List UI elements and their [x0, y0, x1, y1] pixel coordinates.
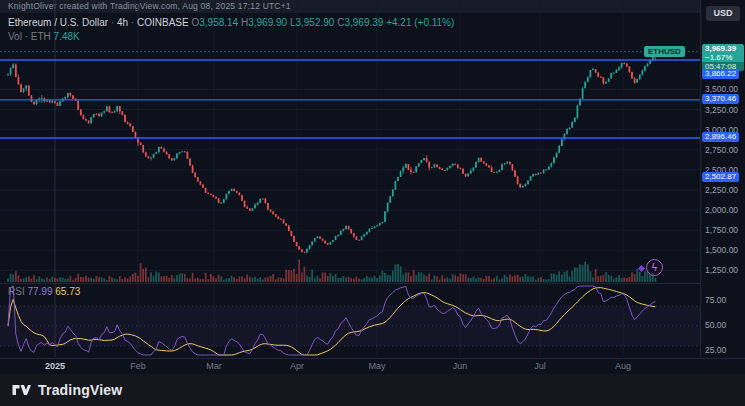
price-axis-label: 1,250.00 [705, 265, 738, 275]
price-line-label: 2,502.87 [702, 172, 739, 182]
tradingview-wordmark[interactable]: TradingView [38, 382, 122, 398]
interval-label[interactable]: 4h [117, 17, 128, 28]
boost-lightning-icon[interactable]: ϟ [646, 259, 663, 276]
current-price-value: 3,969.39 [702, 44, 744, 53]
symbol-price-tag[interactable]: ETHUSD [644, 46, 685, 57]
footer-bar: TradingView [0, 374, 745, 406]
time-axis-month-label: May [360, 359, 394, 374]
time-axis-year-label: 2025 [38, 359, 72, 374]
price-axis-label: 3,500.00 [705, 84, 738, 94]
time-axis-month-label: Apr [280, 359, 314, 374]
tradingview-logo-icon[interactable] [12, 382, 31, 398]
price-axis-label: 1,500.00 [705, 245, 738, 255]
price-axis-label: 3,250.00 [705, 105, 738, 115]
volume-value: 7.48K [54, 31, 80, 42]
time-axis[interactable]: 2025FebMarAprMayJunJulAug [0, 358, 745, 374]
current-price-label: 3,969.39 −1.67% 05:47:08 [702, 44, 744, 71]
time-axis-month-label: Jul [523, 359, 557, 374]
close-value: 3,969.39 [344, 17, 383, 28]
currency-usd-button[interactable]: USD [706, 6, 740, 21]
rsi-axis-label: 50.00 [705, 320, 726, 330]
volume-label[interactable]: Vol [8, 31, 22, 42]
time-axis-month-label: Mar [197, 359, 231, 374]
high-value: 3,969.90 [248, 17, 287, 28]
price-pane-canvas[interactable] [0, 0, 700, 283]
rsi-pane-canvas[interactable] [0, 283, 700, 357]
price-axis-label: 2,750.00 [705, 145, 738, 155]
time-axis-month-label: Feb [121, 359, 155, 374]
low-value: 3,952.90 [295, 17, 334, 28]
price-line-label: 2,896.46 [702, 132, 739, 142]
rsi-legend[interactable]: RSI 77.99 65.73 [8, 286, 80, 297]
rsi-axis-label: 25.00 [705, 345, 726, 355]
symbol-legend[interactable]: Ethereum / U.S. Dollar · 4h · COINBASE O… [8, 17, 454, 28]
price-axis-label: 1,750.00 [705, 225, 738, 235]
rsi-axis-label: 75.00 [705, 295, 726, 305]
change-value: +4.21 (+0.11%) [386, 17, 454, 28]
rsi-label[interactable]: RSI [8, 286, 25, 297]
current-price-change: −1.67% [702, 53, 744, 62]
volume-legend[interactable]: Vol · ETH 7.48K [8, 31, 80, 42]
price-line-label: 3,866.22 [702, 69, 739, 79]
rsi-ma-value: 65.73 [55, 286, 80, 297]
rsi-value: 77.99 [27, 286, 52, 297]
volume-unit: ETH [31, 31, 51, 42]
price-line-label: 3,370.46 [702, 94, 739, 104]
exchange-label: COINBASE [137, 17, 189, 28]
price-axis-label: 2,000.00 [705, 205, 738, 215]
tradingview-chart-window: KnightOliver created with TradingView.co… [0, 0, 745, 406]
time-axis-month-label: Jun [443, 359, 477, 374]
time-axis-month-label: Aug [606, 359, 640, 374]
symbol-title[interactable]: Ethereum / U.S. Dollar [8, 17, 108, 28]
price-axis-label: 2,250.00 [705, 185, 738, 195]
open-value: 3,958.14 [199, 17, 238, 28]
price-scale[interactable]: USD 3,969.39 −1.67% 05:47:08 3,500.003,2… [700, 0, 745, 358]
